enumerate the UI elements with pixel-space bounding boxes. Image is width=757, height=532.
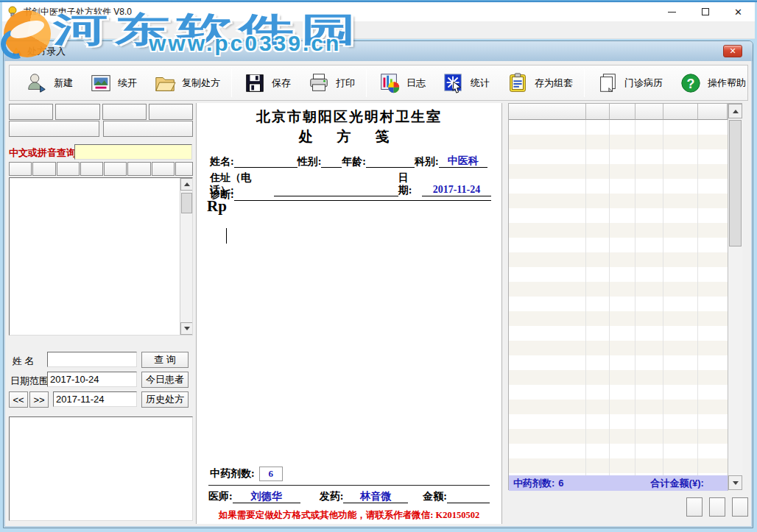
scroll-down-button[interactable] <box>180 322 193 335</box>
toolbar-button[interactable]: 续开 <box>81 68 145 99</box>
svg-text:?: ? <box>687 76 695 91</box>
toolbar-button[interactable]: 打印 <box>299 68 363 99</box>
pinyin-search-input[interactable] <box>74 144 192 160</box>
toolbar-button-label: 日志 <box>406 77 426 90</box>
toolbar-button-label: 续开 <box>118 77 137 90</box>
maximize-button[interactable] <box>689 2 722 21</box>
window-controls: ✕ <box>655 2 755 21</box>
toolbar-button[interactable]: 门诊病历 <box>588 68 671 99</box>
action-button[interactable] <box>732 497 748 517</box>
alphabet-filter-button[interactable] <box>32 162 55 176</box>
scrollbar-thumb[interactable] <box>729 120 742 247</box>
close-icon: ✕ <box>734 7 742 17</box>
subwindow-title: 处方录入 <box>27 45 66 58</box>
column-line <box>585 120 586 475</box>
toolbar-button-label: 保存 <box>272 77 291 90</box>
toolbar-button[interactable]: 复制处方 <box>145 68 228 99</box>
toolbar-button[interactable]: 日志 <box>370 68 434 99</box>
footer-dose-label: 中药剂数: <box>513 477 554 490</box>
toolbar-button-label: 操作帮助 <box>708 77 746 90</box>
dose-count-box[interactable]: 6 <box>259 467 283 481</box>
category-tab[interactable] <box>103 121 194 137</box>
next-page-button[interactable]: >> <box>29 391 49 408</box>
category-tabs-row1 <box>9 104 193 120</box>
alphabet-filter-button[interactable] <box>104 162 127 176</box>
subwindow-title-bar: 处方录入 <box>4 41 753 61</box>
action-button[interactable] <box>686 497 703 517</box>
pricing-table: 中药剂数: 6 合计金额(¥): <box>508 103 742 490</box>
dispenser-value: 林音微 <box>343 490 408 503</box>
toolbar-button-label: 统计 <box>471 77 490 90</box>
alphabet-filter-button[interactable] <box>175 162 193 176</box>
history-prescriptions-button[interactable]: 历史处方 <box>141 391 189 408</box>
dose-label: 中药剂数: <box>210 467 255 480</box>
gender-label: 性别: <box>297 155 322 168</box>
alphabet-filter-button[interactable] <box>9 162 32 176</box>
date-to-field <box>53 391 137 407</box>
toolbar-separator <box>366 69 367 97</box>
window-title: 书剑中医电子处方软件 V8.0 <box>23 6 132 18</box>
toolbar-button[interactable]: ? 操作帮助 <box>671 68 754 99</box>
close-button[interactable]: ✕ <box>722 2 755 21</box>
diagnosis-row: 诊断: <box>210 188 491 201</box>
query-button[interactable]: 查 询 <box>141 352 189 368</box>
today-patients-button[interactable]: 今日患者 <box>141 372 189 388</box>
menu-item[interactable] <box>70 21 86 38</box>
pricing-table-body[interactable] <box>509 120 728 475</box>
dispenser-label: 发药: <box>320 490 344 503</box>
category-tab[interactable] <box>9 104 53 120</box>
patient-name-input[interactable] <box>47 352 137 367</box>
menu-item[interactable] <box>5 21 21 38</box>
drug-list <box>9 177 193 336</box>
menu-bar <box>2 21 755 39</box>
drug-list-scrollbar[interactable] <box>180 178 192 335</box>
category-tab[interactable] <box>149 104 193 120</box>
minimize-button[interactable] <box>655 2 689 21</box>
subwindow-close-button[interactable]: ✕ <box>723 45 742 57</box>
toolbar-button[interactable]: 保存 <box>235 68 299 99</box>
menu-item[interactable] <box>38 21 54 38</box>
alphabet-filter-button[interactable] <box>127 162 150 176</box>
scroll-up-button[interactable] <box>180 178 193 191</box>
maximize-icon <box>702 8 709 15</box>
dept-label: 科别: <box>415 155 439 168</box>
prescription-sheet: 北京市朝阳区光明村卫生室 处 方 笺 姓名: 性别: 年龄: 科别: 中医科 住… <box>196 103 502 524</box>
scrollbar-thumb[interactable] <box>181 193 192 213</box>
pricing-table-header <box>509 104 728 120</box>
toolbar-button[interactable]: 联系作者 <box>754 68 757 99</box>
toolbar-button[interactable]: 存为组套 <box>498 68 581 99</box>
alphabet-filter-button[interactable] <box>80 162 103 176</box>
alphabet-filter-button[interactable] <box>57 162 80 176</box>
menu-item[interactable] <box>21 21 38 38</box>
date-to-input[interactable] <box>53 391 137 407</box>
menu-item[interactable] <box>119 21 135 38</box>
triangle-down-icon <box>733 481 739 485</box>
menu-item[interactable] <box>86 21 102 38</box>
log-icon <box>378 71 401 95</box>
amount-label: 金额: <box>423 490 447 503</box>
category-tab[interactable] <box>9 121 99 137</box>
category-tab[interactable] <box>55 104 99 120</box>
column-header <box>586 104 610 120</box>
text-caret[interactable] <box>226 228 227 244</box>
date-from-input[interactable] <box>47 372 137 387</box>
toolbar-button-label: 打印 <box>336 77 355 90</box>
menu-item[interactable] <box>54 21 70 38</box>
action-button[interactable] <box>709 497 725 517</box>
menu-item[interactable] <box>135 21 151 38</box>
prev-page-button[interactable]: << <box>9 391 28 408</box>
alphabet-filter-button[interactable] <box>152 162 175 176</box>
app-icon <box>7 6 18 18</box>
dose-row: 中药剂数: 6 <box>210 467 283 481</box>
scroll-up-button[interactable] <box>728 104 742 118</box>
scroll-down-button[interactable] <box>728 475 742 490</box>
stats-icon <box>442 71 465 95</box>
group-icon <box>506 71 529 95</box>
pricing-table-scrollbar[interactable] <box>728 104 742 491</box>
category-tab[interactable] <box>102 104 147 120</box>
doctor-label: 医师: <box>208 490 233 503</box>
toolbar-button[interactable]: 统计 <box>434 68 498 99</box>
menu-item[interactable] <box>102 21 119 38</box>
toolbar-button[interactable]: 新建 <box>17 68 81 99</box>
patient-result-list[interactable] <box>9 416 193 521</box>
